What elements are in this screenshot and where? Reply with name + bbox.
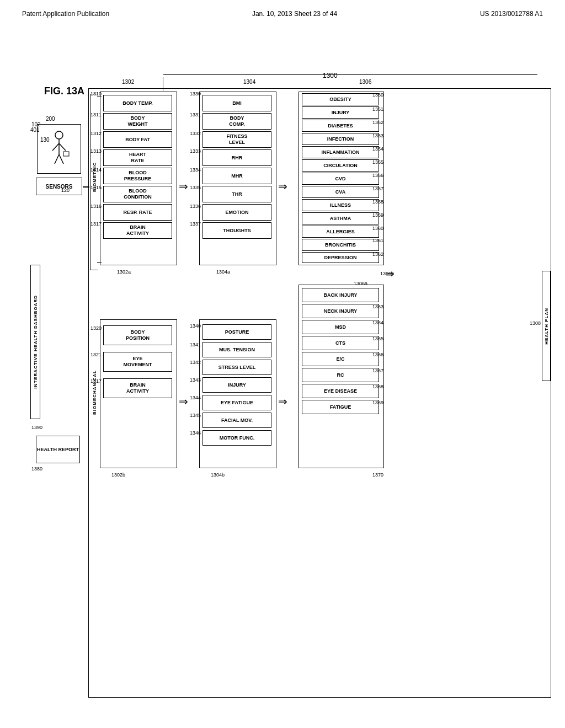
num-1335: 1335 (190, 185, 201, 190)
num-1342: 1342 (190, 360, 201, 365)
arrow-1: ⇒ (179, 180, 188, 193)
label-1302: 1302 (122, 79, 134, 85)
item-bmi: BMI (202, 95, 271, 111)
num-1363: 1363 (372, 304, 383, 309)
item-body-weight: BODYWEIGHT (103, 113, 172, 130)
arrow-3: ⇒ (386, 268, 394, 280)
page-header: Patent Application Publication Jan. 10, … (0, 0, 565, 23)
header-right: US 2013/0012788 A1 (480, 10, 543, 18)
col1-bot: BODYPOSITION 1320 EYEMOVEMENT 1321 BRAIN… (100, 319, 177, 468)
item-cvd: CVD (302, 173, 379, 185)
num-1345: 1345 (190, 413, 201, 418)
item-eye-fatigue: EYE FATIGUE (202, 395, 271, 410)
num-1356: 1356 (372, 173, 383, 178)
item-depression: DEPRESSION (302, 252, 379, 263)
item-brain-activity-1: BRAINACTIVITY (103, 222, 172, 239)
num-1357: 1357 (372, 186, 383, 191)
biometric-bracket (90, 94, 98, 270)
num-1365: 1365 (372, 336, 383, 341)
item-fatigue: FATIGUE (302, 400, 379, 414)
item-infection: INFECTION (302, 133, 379, 145)
item-ec: E/C (302, 352, 379, 366)
num-1352: 1352 (372, 120, 383, 125)
item-mus-tension: MUS. TENSION (202, 342, 271, 357)
num-1341: 1341 (190, 342, 201, 347)
label-1304b: 1304b (211, 472, 225, 478)
label-1302b: 1302b (111, 472, 125, 478)
num-1366: 1366 (372, 352, 383, 357)
item-injury-bio: INJURY (202, 377, 271, 393)
label-120: 120 (61, 188, 70, 193)
item-eye-movement: EYEMOVEMENT (103, 352, 172, 372)
brace-bot-1310 (97, 262, 102, 263)
item-allergies: ALLERGIES (302, 226, 379, 238)
item-eye-disease: EYE DISEASE (302, 384, 379, 398)
num-1369: 1369 (372, 400, 383, 405)
label-200: 200 (46, 116, 55, 122)
item-body-fat: BODY FAT (103, 131, 172, 148)
brace-top-1310 (97, 97, 102, 97)
item-motor-func: MOTOR FUNC. (202, 430, 271, 446)
item-rc: RC (302, 368, 379, 382)
item-body-position: BODYPOSITION (103, 325, 172, 345)
num-1362: 1362 (372, 251, 383, 257)
label-1390: 1390 (31, 425, 42, 430)
label-1308: 1308 (530, 320, 541, 326)
label-130: 130 (40, 137, 50, 143)
num-1321: 1321 (90, 352, 102, 357)
num-1360: 1360 (372, 226, 383, 231)
num-1333: 1333 (190, 148, 201, 154)
item-cts: CTS (302, 336, 379, 350)
item-mhr: MHR (202, 168, 271, 184)
label-1300: 1300 (323, 72, 338, 79)
item-brain-activity-2: BRAINACTIVITY (103, 378, 172, 398)
num-1334: 1334 (190, 167, 201, 173)
header-middle: Jan. 10, 2013 Sheet 23 of 44 (252, 10, 337, 18)
item-rhr: RHR (202, 149, 271, 166)
label-1306: 1306 (359, 79, 371, 85)
outer-rect: 1302 1304 1306 BIOMETRIC BIOMECHANICAL H… (88, 88, 551, 698)
arrow-4: ⇒ (179, 395, 188, 408)
arrow-2: ⇒ (278, 180, 287, 193)
dashboard-box: INTERACTIVE HEALTH DASHBOARD (30, 265, 40, 419)
svg-rect-6 (63, 152, 69, 156)
item-msd: MSD (302, 320, 379, 334)
item-body-comp: BODYCOMP. (202, 113, 271, 130)
item-facial-mov: FACIAL MOV. (202, 413, 271, 428)
person-box (37, 124, 81, 174)
num-1344: 1344 (190, 395, 201, 400)
item-injury: INJURY (302, 106, 379, 119)
label-1304: 1304 (243, 79, 255, 85)
svg-point-0 (55, 131, 63, 139)
col2-bot: POSTURE 1340 MUS. TENSION 1341 STRESS LE… (199, 319, 276, 468)
num-1370: 1370 (372, 472, 383, 478)
item-thr: THR (202, 186, 271, 202)
item-cva: CVA (302, 186, 379, 198)
item-circulation: CIRCULATION (302, 159, 379, 172)
num-1359: 1359 (372, 212, 383, 218)
item-body-temp: BODY TEMP. (103, 95, 172, 111)
col2-top: BMI 1330 BODYCOMP. 1331 FITNESSLEVEL 133… (199, 92, 276, 265)
col3-bot: BACK INJURY NECK INJURY 1363 MSD 1364 CT… (299, 285, 384, 468)
num-1330: 1330 (190, 91, 201, 97)
num-1331: 1331 (190, 112, 201, 117)
connector-sensors (83, 186, 89, 188)
col3-top: OBESITY 1350 INJURY 1351 DIABETES 1352 I… (299, 92, 384, 265)
item-obesity: OBESITY (302, 93, 379, 105)
label-1380: 1380 (31, 466, 42, 472)
item-fitness-level: FITNESSLEVEL (202, 131, 271, 148)
person-icon (48, 130, 70, 168)
label-1304a: 1304a (216, 269, 230, 275)
num-1354: 1354 (372, 146, 383, 152)
item-heart-rate: HEARTRATE (103, 149, 172, 166)
num-1367: 1367 (372, 368, 383, 373)
svg-line-4 (55, 154, 59, 164)
num-1332: 1332 (190, 131, 201, 136)
biomechanical-label-box: BIOMECHANICAL (90, 320, 99, 464)
item-thoughts: THOUGHTS (202, 222, 271, 239)
item-back-injury: BACK INJURY (302, 288, 379, 302)
item-stress-level: STRESS LEVEL (202, 360, 271, 375)
num-1346: 1346 (190, 430, 201, 436)
num-1368: 1368 (372, 384, 383, 389)
health-plan-box: HEALTH PLAN (542, 271, 551, 381)
